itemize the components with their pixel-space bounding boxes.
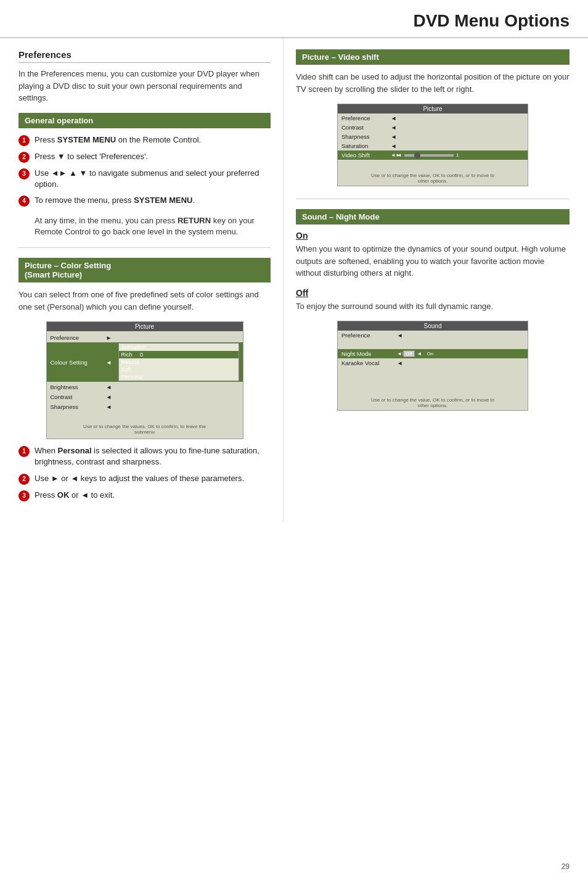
step-3-text: Use ◄► ▲ ▼ to navigate submenus and sele… <box>35 168 271 190</box>
menu1-row-colour: Colour Setting ◄ Animation Rich 0 Natura… <box>47 342 243 382</box>
page-title: DVD Menu Options <box>0 0 588 38</box>
vsmenu-preference: Preference ◄ <box>338 113 528 123</box>
smenu-empty <box>338 340 528 349</box>
smenu-nightmode: Night Mode ◄► Off ◄ On <box>338 349 528 358</box>
menu1-row-preference: Preference ► <box>47 332 243 342</box>
step-4-num: 4 <box>18 196 30 207</box>
picture-color-header: Picture – Color Setting (Smart Picture) <box>18 258 271 282</box>
vsmenu-contrast: Contrast ◄ <box>338 123 528 132</box>
vsmenu-spacer <box>338 160 528 171</box>
step-4: 4 To remove the menu, press SYSTEM MENU. <box>18 195 271 207</box>
submenu-colour: Animation Rich 0 Natural Soft Personal <box>118 343 239 381</box>
step-2: 2 Press ▼ to select 'Preferences'. <box>18 151 271 163</box>
menu1-row-brightness: Brightness ◄ <box>47 382 243 392</box>
menu1-title: Picture <box>47 322 243 331</box>
night-mode-off-btn: Off <box>403 350 415 357</box>
night-mode-section: Sound – Night Mode On When you want to o… <box>296 209 570 411</box>
night-mode-header: Sound – Night Mode <box>296 209 570 225</box>
personal-step-3-text: Press OK or ◄ to exit. <box>35 490 271 501</box>
general-op-header: General operation <box>18 113 271 128</box>
vsmenu-footer: Use or to change the value, OK to confir… <box>338 171 528 186</box>
indent-return-text: At any time, in the menu, you can press … <box>35 215 271 237</box>
personal-step-3-num: 3 <box>18 490 30 501</box>
preferences-section: Preferences In the Preferences menu, you… <box>18 49 271 104</box>
smenu-preference: Preference ◄ <box>338 331 528 340</box>
personal-step-3: 3 Press OK or ◄ to exit. <box>18 490 271 501</box>
video-shift-desc: Video shift can be used to adjust the ho… <box>296 71 570 95</box>
submenu-personal: Personal <box>119 373 239 381</box>
night-mode-on-btn: On <box>424 350 436 357</box>
video-shift-section: Picture – Video shift Video shift can be… <box>296 49 570 186</box>
vsmenu-title: Picture <box>338 104 528 113</box>
off-desc: To enjoy the surround sound with its ful… <box>296 300 570 313</box>
personal-step-1-num: 1 <box>18 446 30 457</box>
smenu-title: Sound <box>338 321 528 331</box>
step-4-text: To remove the menu, press SYSTEM MENU. <box>35 195 271 206</box>
step-1: 1 Press SYSTEM MENU on the Remote Contro… <box>18 134 271 146</box>
personal-steps-list: 1 When Personal is selected it allows yo… <box>18 445 271 501</box>
smenu-spacer2 <box>338 377 528 386</box>
vsmenu-saturation: Saturation ◄ <box>338 141 528 150</box>
vsmenu-sharpness: Sharpness ◄ <box>338 132 528 141</box>
smenu-spacer1 <box>338 368 528 377</box>
step-2-num: 2 <box>18 152 30 163</box>
personal-step-2: 2 Use ► or ◄ keys to adjust the values o… <box>18 473 271 485</box>
off-heading: Off <box>296 288 570 298</box>
color-setting-menu: Picture Preference ► Colour Setting ◄ An… <box>46 321 243 439</box>
step-1-num: 1 <box>18 135 30 146</box>
menu1-row-sharpness: Sharpness ◄ <box>47 402 243 411</box>
picture-color-desc: You can select from one of five predefin… <box>18 289 271 313</box>
general-steps-list: 1 Press SYSTEM MENU on the Remote Contro… <box>18 134 271 207</box>
video-shift-header: Picture – Video shift <box>296 49 570 65</box>
page-number: 29 <box>561 862 570 871</box>
personal-step-2-text: Use ► or ◄ keys to adjust the values of … <box>35 473 271 484</box>
preferences-title: Preferences <box>18 49 271 63</box>
step-3-num: 3 <box>18 168 30 179</box>
preferences-desc: In the Preferences menu, you can customi… <box>18 68 271 104</box>
menu1-footer: Use or to change the values, OK to confi… <box>47 422 243 436</box>
on-heading: On <box>296 231 570 241</box>
night-mode-onoff: Off ◄ On <box>403 350 436 357</box>
on-desc: When you want to optimize the dynamics o… <box>296 243 570 279</box>
submenu-natural: Natural <box>119 358 239 366</box>
video-shift-slider: ◄ 1 <box>397 152 459 158</box>
personal-step-2-num: 2 <box>18 474 30 485</box>
smenu-spacer3 <box>338 386 528 395</box>
personal-step-1: 1 When Personal is selected it allows yo… <box>18 445 271 468</box>
submenu-rich: Rich 0 <box>119 351 239 358</box>
menu1-spacer <box>47 411 243 421</box>
video-shift-menu: Picture Preference ◄ Contrast ◄ Sharpnes… <box>337 104 528 186</box>
personal-step-1-text: When Personal is selected it allows you … <box>35 445 271 468</box>
vsmenu-videoshift: Video Shift ◄► ◄ 1 <box>338 150 528 160</box>
step-1-text: Press SYSTEM MENU on the Remote Control. <box>35 134 271 146</box>
sound-menu: Sound Preference ◄ Night Mode ◄► Off ◄ O… <box>337 321 528 411</box>
submenu-animation: Animation <box>119 344 239 351</box>
smenu-karaoke: Karaoke Vocal ◄ <box>338 358 528 368</box>
smenu-footer: Use or to change the value, OK to confir… <box>338 395 528 410</box>
step-2-text: Press ▼ to select 'Preferences'. <box>35 151 271 162</box>
step-3: 3 Use ◄► ▲ ▼ to navigate submenus and se… <box>18 168 271 190</box>
menu1-row-contrast: Contrast ◄ <box>47 392 243 402</box>
submenu-soft: Soft <box>119 366 239 373</box>
